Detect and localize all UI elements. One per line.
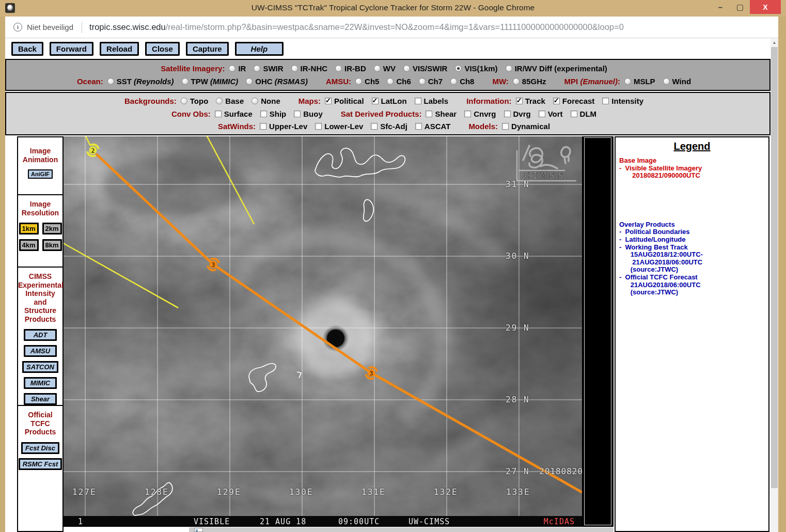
radio-sst-reynolds[interactable]: SST (Reynolds)	[107, 77, 174, 86]
site-info-icon[interactable]: i	[13, 23, 22, 32]
checkbox-forecast[interactable]: Forecast	[553, 97, 595, 105]
radio-base[interactable]: Base	[216, 97, 244, 105]
option-label: LatLon	[381, 97, 407, 105]
checkbox-track[interactable]: Track	[516, 97, 545, 105]
checkbox-ascat[interactable]: ASCAT	[415, 122, 451, 131]
checkbox-vort[interactable]: Vort	[539, 109, 563, 118]
minimize-button[interactable]: –	[712, 0, 729, 14]
radio-vis-swir[interactable]: VIS/SWIR	[403, 64, 448, 73]
sidebar-button-1km[interactable]: 1km	[19, 223, 39, 234]
sidebar-button-rsmc-fcst[interactable]: RSMC Fcst	[19, 458, 62, 470]
radio-topo[interactable]: Topo	[181, 97, 209, 105]
close-window-button[interactable]: X	[750, 0, 781, 14]
checkbox-sfc-adj[interactable]: Sfc-Adj	[371, 122, 407, 131]
checkbox-icon	[516, 98, 523, 104]
option-label: Political	[334, 97, 364, 105]
radio-tpw-mimic[interactable]: TPW (MIMIC)	[182, 77, 239, 86]
legend-heading: Overlay Products	[619, 221, 768, 229]
radio-none[interactable]: None	[251, 97, 280, 105]
option-label: Ch5	[365, 77, 379, 86]
checkbox-icon	[426, 111, 432, 117]
sidebar-button-anigif[interactable]: AniGIF	[28, 169, 53, 179]
maximize-button[interactable]: ▢	[731, 0, 749, 14]
radio-swir[interactable]: SWIR	[254, 64, 283, 73]
option-label: DLM	[580, 109, 597, 118]
radio-85ghz[interactable]: 85GHz	[513, 77, 546, 86]
forward-button[interactable]: Forward	[50, 42, 93, 56]
sidebar-section-title: Official TCFC Products	[18, 406, 62, 436]
sidebar-button-adt[interactable]: ADT	[24, 329, 57, 341]
radio-ohc-rsmas[interactable]: OHC (RSMAS)	[246, 77, 308, 86]
radio-ch6[interactable]: Ch6	[387, 77, 411, 86]
checkbox-surface[interactable]: Surface	[215, 109, 253, 118]
checkbox-dlm[interactable]: DLM	[571, 109, 597, 118]
legend-line: 21AUG2018/06:00UTC	[619, 281, 768, 289]
radio-ir-bd[interactable]: IR-BD	[335, 64, 366, 73]
radio-ch7[interactable]: Ch7	[419, 77, 443, 86]
sidebar-button-fcst-disc[interactable]: Fcst Disc	[21, 442, 59, 454]
sidebar-button-satcon[interactable]: SATCON	[22, 361, 58, 373]
option-label: Topo	[190, 97, 209, 105]
security-status-label[interactable]: Niet beveiligd	[27, 23, 73, 32]
checkbox-political[interactable]: Political	[325, 97, 364, 105]
radio-ir-wv-diff-experimental[interactable]: IR/WV Diff (experimental)	[506, 64, 607, 73]
checkbox-upper-lev[interactable]: Upper-Lev	[260, 122, 307, 131]
radio-ir-nhc[interactable]: IR-NHC	[291, 64, 328, 73]
radio-ch8[interactable]: Ch8	[450, 77, 474, 86]
control-group-satellite-imagery: Satellite Imagery:IRSWIRIR-NHCIR-BDWVVIS…	[161, 64, 615, 73]
checkbox-intensity[interactable]: Intensity	[602, 97, 643, 105]
radio-ir[interactable]: IR	[229, 64, 246, 73]
legend-line: (source:JTWC)	[619, 266, 768, 274]
sidebar-button-2km[interactable]: 2km	[42, 223, 62, 234]
radio-mslp[interactable]: MSLP	[624, 77, 655, 86]
radio-icon	[513, 78, 520, 85]
vertical-scrollbar[interactable]: ▲	[771, 39, 778, 532]
option-label: TPW (MIMIC)	[191, 77, 239, 86]
checkbox-dvrg[interactable]: Dvrg	[504, 109, 531, 118]
capture-button[interactable]: Capture	[186, 42, 229, 56]
sidebar-button-8km[interactable]: 8km	[42, 239, 62, 251]
sidebar-button-mimic[interactable]: MIMIC	[24, 377, 57, 389]
checkbox-lower-lev[interactable]: Lower-Lev	[315, 122, 363, 131]
satellite-map-image[interactable]: 233 CIMSS 31 N30 N29 N28 N27 N127E128E12…	[64, 136, 582, 527]
checkbox-dynamical[interactable]: Dynamical	[502, 122, 550, 131]
group-label: AMSU:	[326, 77, 351, 86]
control-group-sat-derived-products: Sat Derived Products:ShearCnvrgDvrgVortD…	[341, 109, 604, 118]
sidebar-button-amsu[interactable]: AMSU	[24, 345, 57, 357]
checkbox-icon	[215, 111, 222, 117]
address-url[interactable]: tropic.ssec.wisc.edu/real-time/storm.php…	[89, 22, 624, 32]
checkbox-shear[interactable]: Shear	[426, 109, 457, 118]
sidebar-button-shear[interactable]: Shear	[24, 393, 57, 405]
option-label: Buoy	[303, 109, 323, 118]
close-button[interactable]: Close	[145, 42, 180, 56]
sidebar-buttons: ADTAMSUSATCONMIMICShear	[18, 329, 62, 405]
checkbox-ship[interactable]: Ship	[260, 109, 287, 118]
legend-line: (source:JTWC)	[619, 289, 768, 296]
back-button[interactable]: Back	[11, 42, 43, 56]
radio-ch5[interactable]: Ch5	[355, 77, 379, 86]
checkbox-buoy[interactable]: Buoy	[294, 109, 323, 118]
url-bar[interactable]: i Niet beveiligd tropic.ssec.wisc.edu/re…	[5, 17, 778, 38]
checkbox-cnvrg[interactable]: Cnvrg	[464, 109, 496, 118]
latitude-label-29-n: 29 N	[506, 323, 530, 333]
radio-vis-1km[interactable]: VIS(1km)	[455, 64, 497, 73]
checkbox-icon	[315, 123, 322, 130]
title-bar: UW-CIMSS "TCTrak" Tropical Cyclone Track…	[0, 0, 786, 17]
option-label: ASCAT	[425, 122, 451, 131]
longitude-label-133e: 133E	[506, 487, 530, 497]
radio-icon	[291, 65, 298, 72]
radio-wind[interactable]: Wind	[663, 77, 691, 86]
radio-icon	[624, 78, 631, 85]
option-label: Labels	[424, 97, 449, 105]
scroll-up-arrow-icon[interactable]: ▲	[771, 39, 778, 47]
radio-wv[interactable]: WV	[374, 64, 396, 73]
help-button[interactable]: Help	[235, 42, 284, 56]
reload-button[interactable]: Reload	[100, 42, 139, 56]
checkbox-latlon[interactable]: LatLon	[372, 97, 407, 105]
option-label: Lower-Lev	[324, 122, 363, 131]
legend-panel: Legend Base Image- Visible Satellite Ima…	[615, 136, 769, 532]
latitude-label-30-n: 30 N	[506, 251, 530, 261]
checkbox-labels[interactable]: Labels	[415, 97, 449, 105]
scrollbar-thumb[interactable]	[771, 47, 778, 488]
sidebar-button-4km[interactable]: 4km	[19, 239, 39, 251]
